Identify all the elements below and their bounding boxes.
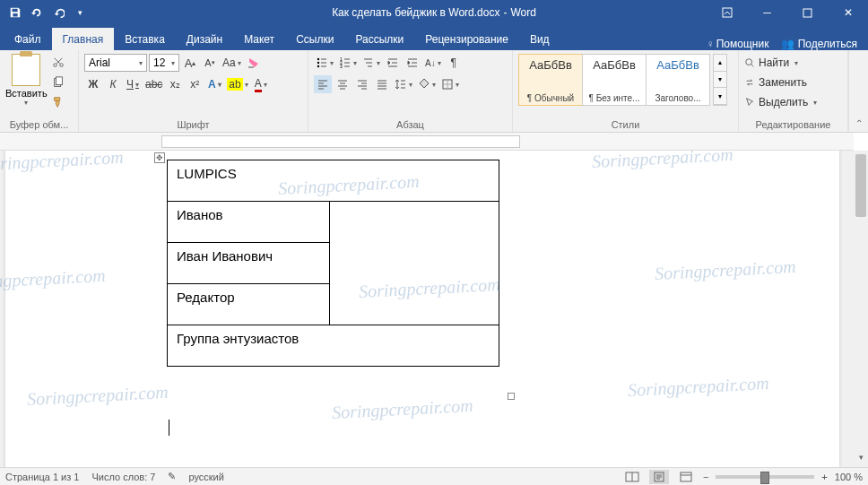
highlight-button[interactable]: ab xyxy=(225,75,249,93)
style-heading1[interactable]: АаБбВв Заголово... xyxy=(646,54,710,106)
clipboard-icon xyxy=(12,54,40,86)
undo-button[interactable] xyxy=(27,3,47,22)
tab-insert[interactable]: Вставка xyxy=(114,28,176,50)
tab-review[interactable]: Рецензирование xyxy=(414,28,519,50)
save-button[interactable] xyxy=(5,3,25,22)
view-web-layout[interactable] xyxy=(676,470,696,484)
svg-point-5 xyxy=(317,62,319,64)
maximize-button[interactable] xyxy=(787,0,828,25)
borders-button[interactable] xyxy=(439,75,461,93)
table-row: Группа энтузиастов xyxy=(168,325,499,367)
view-read-mode[interactable] xyxy=(622,470,642,484)
group-label-font: Шрифт xyxy=(84,117,302,130)
numbering-button[interactable]: 123 xyxy=(337,54,359,72)
font-name-combo[interactable]: Arial xyxy=(84,54,147,72)
zoom-in-button[interactable]: + xyxy=(821,472,827,482)
ribbon-display-options[interactable] xyxy=(707,0,747,25)
document-name: Как сделать бейджик в Word.docx xyxy=(332,6,499,19)
text-effects-button[interactable]: A xyxy=(205,75,223,93)
group-font: Arial 12 A▴ A▾ Aa Ж К Ч abc x₂ x² A ab A… xyxy=(79,50,308,132)
ribbon: Вставить ▾ Буфер обм... Arial 12 A▴ A▾ A… xyxy=(0,50,868,133)
grow-font-button[interactable]: A▴ xyxy=(181,54,199,72)
bullets-button[interactable] xyxy=(314,54,335,72)
style-normal[interactable]: АаБбВв ¶ Обычный xyxy=(518,54,583,106)
subscript-button[interactable]: x₂ xyxy=(166,75,184,93)
table-resize-handle[interactable] xyxy=(508,393,515,400)
font-size-combo[interactable]: 12 xyxy=(149,54,179,72)
group-editing: Найти▾ Заменить Выделить▾ Редактирование xyxy=(739,50,848,132)
tab-design[interactable]: Дизайн xyxy=(176,28,233,50)
cell-position[interactable]: Редактор xyxy=(168,284,330,325)
clear-formatting-button[interactable] xyxy=(245,54,263,72)
zoom-out-button[interactable]: − xyxy=(703,472,708,482)
strikethrough-button[interactable]: abc xyxy=(143,75,164,93)
collapse-ribbon-button[interactable]: ⌃ xyxy=(848,50,868,132)
cell-photo[interactable] xyxy=(329,202,499,325)
select-button[interactable]: Выделить▾ xyxy=(744,93,842,111)
align-left-button[interactable] xyxy=(314,75,332,93)
cell-lastname[interactable]: Иванов xyxy=(168,202,330,243)
status-page[interactable]: Страница 1 из 1 xyxy=(5,472,79,482)
cell-firstname[interactable]: Иван Иванович xyxy=(168,243,330,284)
tab-view[interactable]: Вид xyxy=(519,28,560,50)
find-button[interactable]: Найти▾ xyxy=(744,54,842,72)
tab-mailings[interactable]: Рассылки xyxy=(344,28,414,50)
close-button[interactable]: ✕ xyxy=(828,0,868,25)
italic-button[interactable]: К xyxy=(104,75,122,93)
tab-references[interactable]: Ссылки xyxy=(285,28,344,50)
cut-button[interactable] xyxy=(49,54,67,72)
status-language[interactable]: русский xyxy=(188,472,223,482)
status-word-count[interactable]: Число слов: 7 xyxy=(91,472,155,482)
group-clipboard: Вставить ▾ Буфер обм... xyxy=(0,50,79,132)
scrollbar-thumb[interactable] xyxy=(855,154,866,217)
zoom-slider[interactable] xyxy=(716,475,814,479)
styles-gallery-scroll[interactable]: ▴▾▾ xyxy=(713,54,727,106)
window-controls: ─ ✕ xyxy=(707,0,868,25)
qat-customize[interactable]: ▾ xyxy=(70,3,90,22)
text-cursor xyxy=(169,420,169,436)
shading-button[interactable] xyxy=(416,75,438,93)
font-color-button[interactable]: A xyxy=(252,75,270,93)
tab-home[interactable]: Главная xyxy=(52,28,115,50)
increase-indent-button[interactable] xyxy=(404,54,421,72)
tab-layout[interactable]: Макет xyxy=(233,28,285,50)
svg-rect-0 xyxy=(723,8,732,17)
bold-button[interactable]: Ж xyxy=(84,75,102,93)
underline-button[interactable]: Ч xyxy=(124,75,142,93)
align-right-button[interactable] xyxy=(353,75,371,93)
superscript-button[interactable]: x² xyxy=(186,75,204,93)
app-name: Word xyxy=(510,6,535,19)
horizontal-ruler[interactable] xyxy=(0,133,854,151)
redo-button[interactable] xyxy=(48,3,68,22)
badge-table[interactable]: LUMPICS Иванов Иван Иванович Редактор Гр… xyxy=(167,160,499,367)
style-no-spacing[interactable]: АаБбВв ¶ Без инте... xyxy=(582,54,647,106)
format-painter-button[interactable] xyxy=(49,93,67,111)
change-case-button[interactable]: Aa xyxy=(221,54,243,72)
document-area: ✥ LUMPICS Иванов Иван Иванович Редактор … xyxy=(0,151,868,467)
share-button[interactable]: Поделиться xyxy=(781,38,857,50)
paste-button[interactable]: Вставить ▾ xyxy=(5,54,46,107)
page[interactable]: ✥ LUMPICS Иванов Иван Иванович Редактор … xyxy=(5,151,839,467)
tab-file[interactable]: Файл xyxy=(4,28,52,50)
quick-access-toolbar: ▾ xyxy=(0,3,95,22)
tell-me[interactable]: Помощник xyxy=(707,38,769,50)
multilevel-list-button[interactable] xyxy=(360,54,382,72)
align-center-button[interactable] xyxy=(334,75,352,93)
decrease-indent-button[interactable] xyxy=(384,54,402,72)
status-proofing-icon[interactable]: ✎ xyxy=(168,471,176,482)
scroll-down-arrow[interactable]: ▾ xyxy=(854,453,868,467)
line-spacing-button[interactable] xyxy=(393,75,414,93)
cell-company[interactable]: LUMPICS xyxy=(168,160,499,202)
vertical-scrollbar[interactable]: ▾ xyxy=(854,151,868,467)
cell-group[interactable]: Группа энтузиастов xyxy=(168,325,499,367)
view-print-layout[interactable] xyxy=(649,470,669,484)
table-move-handle[interactable]: ✥ xyxy=(154,152,165,163)
copy-button[interactable] xyxy=(49,74,67,91)
replace-button[interactable]: Заменить xyxy=(744,74,842,91)
minimize-button[interactable]: ─ xyxy=(747,0,787,25)
zoom-level[interactable]: 100 % xyxy=(835,472,863,482)
show-marks-button[interactable]: ¶ xyxy=(445,54,463,72)
sort-button[interactable]: A↓ xyxy=(423,54,443,72)
shrink-font-button[interactable]: A▾ xyxy=(201,54,219,72)
justify-button[interactable] xyxy=(373,75,391,93)
